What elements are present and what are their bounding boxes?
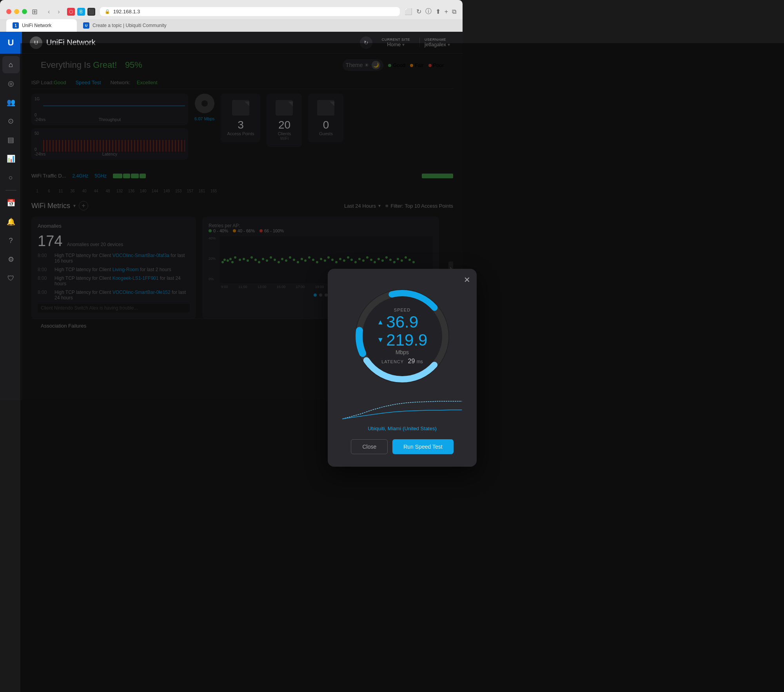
sidebar-item-users[interactable]: 👥 (2, 94, 20, 111)
info-icon[interactable]: ⓘ (425, 7, 432, 16)
gauge-latency-unit: ms (417, 359, 423, 364)
browser-extensions: ⬡ B ⬛ (67, 8, 95, 16)
browser-titlebar: ⊞ ‹ › ⬡ B ⬛ 🔒 192.168.1.3 ⬜ ↻ ⓘ ⬆ + ⧉ (0, 4, 463, 19)
close-button[interactable] (6, 9, 11, 14)
speed-test-modal: ✕ SPEED ▲ 36.9 (328, 269, 463, 408)
upload-row: ▲ 36.9 (377, 314, 428, 331)
download-arrow-icon: ▼ (377, 336, 384, 344)
sidebar-item-devices[interactable]: ▤ (2, 131, 20, 149)
sidebar-item-calendar[interactable]: 📅 (2, 194, 20, 212)
username-label: USERNAME (425, 38, 446, 42)
speed-graph (339, 397, 463, 408)
lock-icon: 🔒 (105, 9, 110, 14)
sidebar: U ⌂ ◎ 👥 ⊙ ▤ 📊 ○ 📅 🔔 ? (0, 32, 22, 400)
settings-icon: ◎ (8, 79, 14, 88)
sidebar-item-circle[interactable]: ○ (2, 169, 20, 186)
sidebar-item-help[interactable]: ? (2, 232, 20, 249)
browser-nav: ‹ › (45, 7, 62, 16)
share-icon[interactable]: ⬆ (436, 8, 441, 15)
minimize-button[interactable] (14, 9, 19, 14)
tab-ubiquiti[interactable]: U Create a topic | Ubiquiti Community (77, 19, 179, 32)
sidebar-item-bell[interactable]: 🔔 (2, 213, 20, 230)
sidebar-logo[interactable]: U (0, 32, 22, 54)
traffic-lights (6, 9, 27, 14)
sidebar-item-settings[interactable]: ◎ (2, 75, 20, 92)
calendar-icon: 📅 (7, 199, 15, 207)
speed-gauge: SPEED ▲ 36.9 ▼ 219.9 Mbps LATENCY 29 ms (347, 281, 457, 391)
home-icon: ⌂ (9, 61, 13, 69)
circle-icon: ○ (9, 174, 13, 182)
bell-icon: 🔔 (7, 217, 15, 226)
gauge-latency-row: LATENCY 29 ms (377, 358, 428, 365)
tab-unifi-icon: 1 (13, 22, 19, 29)
upload-arrow-icon: ▲ (377, 318, 384, 326)
tab-unifi-label: UniFi Network (22, 23, 51, 28)
sidebar-item-target[interactable]: ⊙ (2, 112, 20, 130)
users-icon: 👥 (7, 98, 15, 107)
sidebar-divider (5, 190, 16, 190)
target-icon: ⊙ (8, 117, 14, 125)
gauge-upload-speed: 36.9 (386, 314, 418, 330)
video-icon[interactable]: ⬜ (405, 8, 412, 15)
maximize-button[interactable] (22, 9, 27, 14)
ubiquiti-logo-icon: U (8, 38, 14, 48)
refresh-icon[interactable]: ↻ (416, 8, 421, 15)
address-bar[interactable]: 🔒 192.168.1.3 (100, 7, 400, 16)
back-button[interactable]: ‹ (45, 7, 52, 16)
gauge-mbps-unit: Mbps (377, 349, 428, 355)
address-text: 192.168.1.3 (113, 9, 140, 14)
gauge-latency-label: LATENCY (381, 359, 404, 364)
tab-ubiquiti-label: Create a topic | Ubiquiti Community (93, 23, 167, 28)
sidebar-toggle-button[interactable]: ⊞ (32, 7, 38, 16)
tab-ubiquiti-icon: U (83, 22, 89, 29)
browser-actions: ⬜ ↻ ⓘ ⬆ + ⧉ (405, 7, 456, 16)
ext-icon-1[interactable]: ⬡ (67, 8, 75, 16)
forward-button[interactable]: › (55, 7, 62, 16)
gauge-download-speed: 219.9 (386, 332, 427, 348)
gauge-speed-label: SPEED (377, 308, 428, 312)
sidebar-item-shield[interactable]: 🛡 (2, 270, 20, 287)
browser-tabs: 1 UniFi Network U Create a topic | Ubiqu… (0, 19, 463, 32)
browser-chrome: ⊞ ‹ › ⬡ B ⬛ 🔒 192.168.1.3 ⬜ ↻ ⓘ ⬆ + ⧉ 1 … (0, 0, 463, 32)
help-icon: ? (9, 237, 13, 245)
sidebar-item-gear[interactable]: ⚙ (2, 251, 20, 268)
shield-icon: 🛡 (7, 274, 15, 283)
current-site-label: CURRENT SITE (382, 38, 410, 42)
new-tab-icon[interactable]: + (445, 8, 448, 15)
stats-icon: 📊 (7, 154, 15, 163)
gauge-latency-value: 29 (408, 358, 415, 364)
ext-icon-2[interactable]: B (77, 8, 85, 16)
sidebar-item-home[interactable]: ⌂ (2, 56, 20, 73)
ext-icon-3[interactable]: ⬛ (87, 8, 95, 16)
devices-icon: ▤ (7, 136, 14, 144)
gear-icon: ⚙ (8, 255, 14, 264)
gauge-center: SPEED ▲ 36.9 ▼ 219.9 Mbps LATENCY 29 ms (377, 308, 428, 365)
modal-overlay[interactable]: ✕ SPEED ▲ 36.9 (20, 43, 463, 408)
sidebar-item-stats[interactable]: 📊 (2, 150, 20, 167)
split-icon[interactable]: ⧉ (452, 8, 456, 15)
speed-graph-svg (339, 397, 463, 408)
tab-unifi[interactable]: 1 UniFi Network (6, 19, 77, 32)
download-row: ▼ 219.9 (377, 332, 428, 348)
